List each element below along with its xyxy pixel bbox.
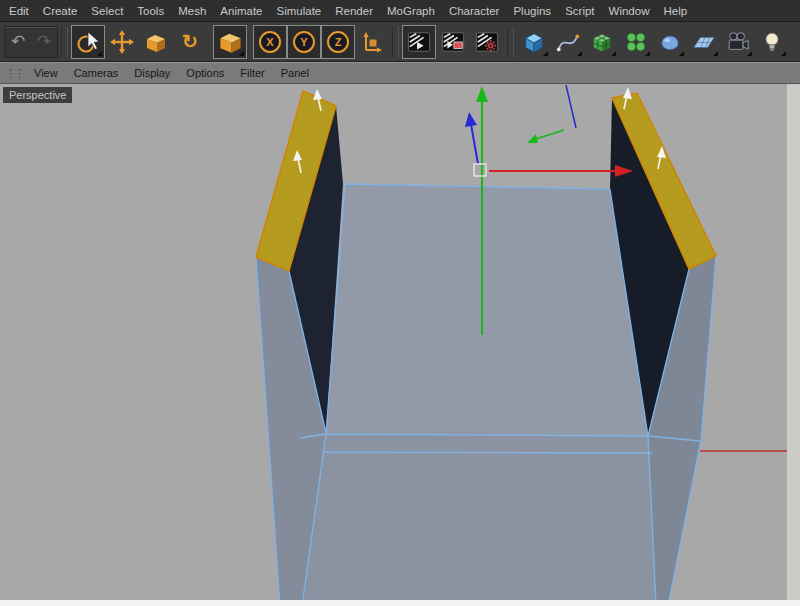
cloner-icon [624,30,648,54]
viewport-menu-item[interactable]: View [26,64,66,82]
metaball-icon [658,30,682,54]
scale-tool-button[interactable] [139,25,173,59]
scale-tool-icon [144,30,168,54]
axis-x-lock-button[interactable]: X [253,25,287,59]
light-bulb-icon [760,30,784,54]
move-tool-button[interactable] [105,25,139,59]
spline-pen-button[interactable] [551,25,585,59]
axis-y-lock-button[interactable]: Y [287,25,321,59]
subdivision-surface-button[interactable] [585,25,619,59]
toolbar: ↶ ↷ ↻ [0,22,800,62]
panel-grip[interactable]: ⋮⋮ [5,67,23,80]
coordinate-system-icon [360,30,384,54]
model-front-face[interactable] [302,434,656,606]
menu-item[interactable]: Animate [213,2,269,20]
render-settings-button[interactable] [470,25,504,59]
active-tool-button[interactable] [213,25,247,59]
menu-item[interactable]: Select [84,2,130,20]
axis-y-icon: Y [293,31,315,53]
coordinate-system-button[interactable] [355,25,389,59]
viewport-menu-item[interactable]: Panel [273,64,317,82]
menu-bar: EditCreateSelectToolsMeshAnimateSimulate… [0,0,800,22]
floor-grid-icon [692,30,716,54]
viewport[interactable]: Perspective [0,84,800,606]
subdivision-surface-icon [590,30,614,54]
right-panel-edge [787,84,800,606]
render-settings-icon [475,30,499,54]
menu-item[interactable]: Help [656,2,694,20]
cloner-button[interactable] [619,25,653,59]
render-view-button[interactable] [402,25,436,59]
toolbar-separator [61,27,68,57]
cube-tool-icon [217,28,244,55]
live-selection-button[interactable] [71,25,105,59]
render-picture-viewer-button[interactable] [436,25,470,59]
menu-item[interactable]: Character [442,2,507,20]
history-group: ↶ ↷ [4,26,58,58]
menu-item[interactable]: Render [328,2,380,20]
window-bottom-edge [0,600,800,606]
rotate-tool-icon: ↻ [182,32,198,51]
render-picture-viewer-icon [441,30,465,54]
redo-icon: ↷ [37,33,51,50]
menu-item[interactable]: Mesh [171,2,213,20]
metaball-button[interactable] [653,25,687,59]
viewport-menu-items: ViewCamerasDisplayOptionsFilterPanel [26,64,317,82]
menu-item[interactable]: Tools [130,2,171,20]
menu-item[interactable]: Create [36,2,85,20]
menu-item[interactable]: Window [602,2,657,20]
undo-icon: ↶ [11,33,25,50]
menu-item[interactable]: MoGraph [380,2,442,20]
floor-button[interactable] [687,25,721,59]
add-cube-button[interactable] [517,25,551,59]
render-view-icon [407,30,431,54]
viewport-menu-item[interactable]: Cameras [66,64,127,82]
menu-item[interactable]: Plugins [506,2,558,20]
camera-icon [726,30,750,54]
axis-x-icon: X [259,31,281,53]
viewport-menu-item[interactable]: Filter [232,64,272,82]
viewport-canvas[interactable] [0,84,800,606]
cube-primitive-icon [522,30,546,54]
viewport-menu-item[interactable]: Options [178,64,232,82]
redo-button[interactable]: ↷ [31,28,57,56]
move-tool-icon [110,30,134,54]
light-button[interactable] [755,25,789,59]
undo-button[interactable]: ↶ [5,28,31,56]
camera-button[interactable] [721,25,755,59]
menu-item[interactable]: Script [558,2,601,20]
viewport-menu-item[interactable]: Display [126,64,178,82]
rotate-tool-button[interactable]: ↻ [173,25,207,59]
camera-label: Perspective [3,87,72,103]
toolbar-separator [507,27,514,57]
toolbar-separator [392,27,399,57]
axis-z-lock-button[interactable]: Z [321,25,355,59]
axis-z-icon: Z [327,31,349,53]
menu-item[interactable]: Simulate [270,2,329,20]
spline-pen-icon [556,30,580,54]
live-selection-icon [76,30,100,54]
viewport-menu-bar: ⋮⋮ ViewCamerasDisplayOptionsFilterPanel [0,62,800,84]
cinema4d-window: EditCreateSelectToolsMeshAnimateSimulate… [0,0,800,606]
model-top-face[interactable] [326,184,648,436]
menu-item[interactable]: Edit [2,2,36,20]
